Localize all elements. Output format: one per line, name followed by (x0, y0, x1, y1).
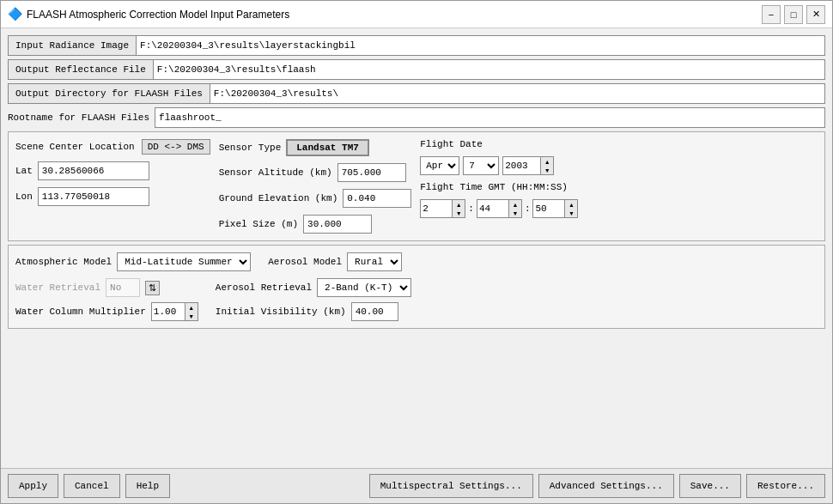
lat-row: Lat (15, 161, 210, 180)
footer-left: Apply Cancel Help (8, 474, 170, 498)
second-spin-up[interactable]: ▲ (565, 200, 577, 209)
hour-spin-up[interactable]: ▲ (453, 200, 465, 209)
footer-bar: Apply Cancel Help Multispectral Settings… (1, 468, 832, 503)
save-button[interactable]: Save... (679, 474, 741, 498)
lat-label: Lat (15, 166, 33, 176)
input-radiance-row: Input Radiance Image (8, 35, 825, 56)
apply-button[interactable]: Apply (8, 474, 58, 498)
water-group: Water Retrieval ⇅ Water Column Multiplie… (15, 278, 198, 321)
altitude-row: Sensor Altitude (km) (219, 163, 412, 182)
water-retrieval-row: Water Retrieval ⇅ (15, 278, 198, 297)
maximize-button[interactable]: □ (784, 5, 803, 24)
minute-spin-down[interactable]: ▼ (509, 209, 521, 217)
flight-date-title: Flight Date (420, 139, 592, 149)
visibility-label: Initial Visibility (km) (216, 307, 346, 317)
water-column-row: Water Column Multiplier ▲ ▼ (15, 302, 198, 321)
hour-input[interactable] (420, 199, 453, 218)
scene-header: Scene Center Location DD <-> DMS (15, 139, 210, 155)
section-middle: Scene Center Location DD <-> DMS Lat Lon (15, 139, 818, 234)
wcm-spin-arrows: ▲ ▼ (185, 302, 198, 321)
output-reflectance-row: Output Reflectance File (8, 59, 825, 80)
atmospheric-model-select[interactable]: Mid-Latitude Summer (117, 252, 251, 271)
restore-button[interactable]: Restore... (746, 474, 825, 498)
wcm-spin-up[interactable]: ▲ (185, 303, 198, 312)
pixel-input[interactable] (303, 215, 372, 234)
multispectral-button[interactable]: Multispectral Settings... (369, 474, 533, 498)
pixel-label: Pixel Size (m) (219, 219, 298, 229)
input-radiance-button[interactable]: Input Radiance Image (8, 35, 137, 56)
aerosol-retrieval-select[interactable]: 2-Band (K-T) (317, 278, 411, 297)
minute-spin-up[interactable]: ▲ (509, 200, 521, 209)
cancel-button[interactable]: Cancel (64, 474, 120, 498)
aerosol-model-select[interactable]: Rural (347, 252, 402, 271)
aerosol-model-group: Aerosol Model Rural (268, 252, 402, 271)
minute-spin-arrows: ▲ ▼ (509, 199, 522, 218)
close-button[interactable]: ✕ (806, 5, 825, 24)
second-spin-down[interactable]: ▼ (565, 209, 577, 217)
lon-row: Lon (15, 187, 210, 206)
visibility-input[interactable] (351, 302, 398, 321)
flight-time-row: ▲ ▼ : ▲ ▼ : (420, 199, 592, 218)
sensor-type-label: Sensor Type (219, 143, 282, 153)
rootname-label: Rootname for FLAASH Files (8, 112, 149, 123)
minute-spinbox: ▲ ▼ (477, 199, 522, 218)
main-content: Input Radiance Image Output Reflectance … (1, 28, 832, 468)
flight-day-select[interactable]: 7 (463, 156, 499, 175)
output-directory-row: Output Directory for FLAASH Files (8, 83, 825, 104)
altitude-label: Sensor Altitude (km) (219, 167, 332, 178)
altitude-input[interactable] (337, 163, 406, 182)
scene-sensor-section: Scene Center Location DD <-> DMS Lat Lon (8, 131, 825, 241)
rootname-row: Rootname for FLAASH Files (8, 107, 825, 128)
minimize-button[interactable]: − (762, 5, 781, 24)
wcm-spinbox: ▲ ▼ (151, 302, 198, 321)
output-reflectance-button[interactable]: Output Reflectance File (8, 59, 154, 80)
water-multiplier-label: Water Column Multiplier (15, 307, 146, 317)
advanced-button[interactable]: Advanced Settings... (538, 474, 674, 498)
minute-input[interactable] (477, 199, 509, 218)
flight-time-title: Flight Time GMT (HH:MM:SS) (420, 182, 592, 192)
flight-year-spinbox: ▲ ▼ (502, 156, 554, 175)
scene-title: Scene Center Location (15, 142, 135, 152)
second-spinbox: ▲ ▼ (532, 199, 578, 218)
window-controls: − □ ✕ (762, 5, 825, 24)
help-button[interactable]: Help (125, 474, 170, 498)
year-spin-down[interactable]: ▼ (541, 166, 553, 174)
output-directory-button[interactable]: Output Directory for FLAASH Files (8, 83, 210, 104)
year-spin-arrows: ▲ ▼ (541, 156, 554, 175)
scene-section: Scene Center Location DD <-> DMS Lat Lon (15, 139, 210, 234)
second-input[interactable] (532, 199, 565, 218)
title-bar: 🔷 FLAASH Atmospheric Correction Model In… (1, 1, 832, 28)
elevation-input[interactable] (343, 189, 411, 208)
dd-dms-button[interactable]: DD <-> DMS (142, 139, 210, 155)
atmospheric-section: Atmospheric Model Mid-Latitude Summer Ae… (8, 245, 825, 329)
flight-month-select[interactable]: Apr (420, 156, 459, 175)
output-reflectance-input[interactable] (154, 59, 825, 80)
lat-input[interactable] (38, 161, 149, 180)
sensor-section: Sensor Type Landsat TM7 Sensor Altitude … (219, 139, 412, 234)
aerosol-retrieval-row: Aerosol Retrieval 2-Band (K-T) (216, 278, 411, 297)
rootname-input[interactable] (155, 107, 825, 128)
flight-date-row: Apr 7 ▲ ▼ (420, 156, 592, 175)
hour-spin-arrows: ▲ ▼ (453, 199, 465, 218)
flight-year-input[interactable] (502, 156, 541, 175)
second-spin-arrows: ▲ ▼ (565, 199, 578, 218)
lon-input[interactable] (38, 187, 149, 206)
window-title: FLAASH Atmospheric Correction Model Inpu… (27, 9, 289, 21)
sensor-type-row: Sensor Type Landsat TM7 (219, 139, 412, 156)
water-sort-button: ⇅ (145, 281, 160, 295)
wcm-input[interactable] (151, 302, 185, 321)
hour-spinbox: ▲ ▼ (420, 199, 465, 218)
footer-right: Multispectral Settings... Advanced Setti… (369, 474, 825, 498)
input-radiance-input[interactable] (137, 35, 825, 56)
elevation-row: Ground Elevation (km) (219, 189, 412, 208)
aerosol-retrieval-label: Aerosol Retrieval (216, 282, 312, 293)
year-spin-up[interactable]: ▲ (541, 157, 553, 166)
hour-spin-down[interactable]: ▼ (453, 209, 465, 217)
sensor-type-button[interactable]: Landsat TM7 (286, 139, 369, 156)
output-directory-input[interactable] (210, 83, 825, 104)
app-icon: 🔷 (8, 8, 21, 21)
water-retrieval-input (106, 278, 140, 297)
aerosol-retrieval-group: Aerosol Retrieval 2-Band (K-T) Initial V… (216, 278, 411, 321)
time-sep1: : (468, 203, 474, 214)
wcm-spin-down[interactable]: ▼ (185, 312, 198, 320)
